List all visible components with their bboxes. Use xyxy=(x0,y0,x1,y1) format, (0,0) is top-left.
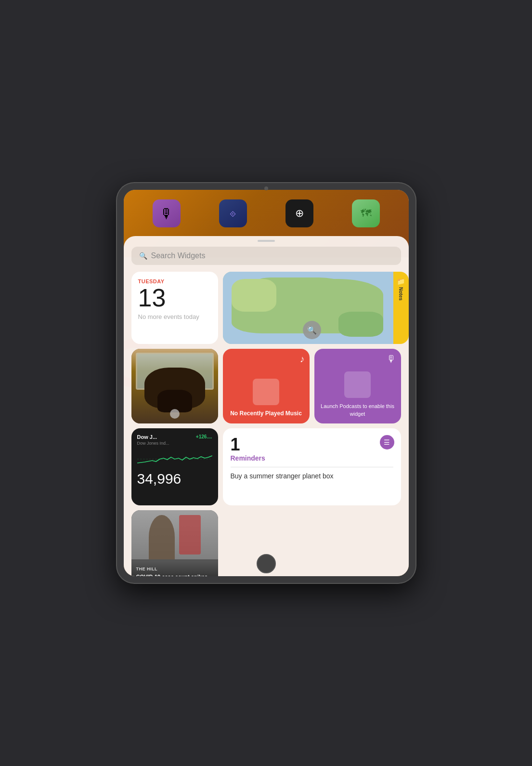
news-person xyxy=(149,515,175,559)
widget-grid: TUESDAY 13 No more events today 🔍 xyxy=(131,272,401,576)
camera-dot xyxy=(264,186,268,190)
action-button-app-icon[interactable]: ⊕ xyxy=(285,199,313,227)
stock-header: Dow J... +126.... xyxy=(137,434,212,440)
search-placeholder: Search Widgets xyxy=(151,251,206,260)
ipad-screen: 🎙 ⟐ ⊕ 🗺 🔍 Search Widgets TUESDAY 13 xyxy=(124,190,409,576)
notes-folder-icon: 📁 xyxy=(397,277,405,285)
calendar-day-number: 13 xyxy=(138,285,211,310)
app-icons-row: 🎙 ⟐ ⊕ 🗺 xyxy=(124,199,409,227)
podcasts-album-art xyxy=(344,371,371,398)
calendar-no-events: No more events today xyxy=(138,313,211,321)
reminders-title: Reminders xyxy=(231,454,393,462)
widget-calendar[interactable]: TUESDAY 13 No more events today xyxy=(131,272,218,344)
stock-price: 34,996 xyxy=(137,471,212,487)
news-headline: COVID-19 case count spikes hit almost ev… xyxy=(136,573,213,576)
music-album-art xyxy=(253,379,279,405)
stock-chart xyxy=(137,449,212,468)
widget-panel: 🔍 Search Widgets TUESDAY 13 No more even… xyxy=(124,236,409,576)
reminder-item: Buy a summer stranger planet box xyxy=(231,472,393,480)
news-photo xyxy=(131,510,218,559)
widget-map[interactable]: 🔍 xyxy=(223,272,401,344)
widget-news[interactable]: THE HILL COVID-19 case count spikes hit … xyxy=(131,510,218,576)
search-icon: 🔍 xyxy=(139,252,147,260)
widget-music[interactable]: ♪ No Recently Played Music xyxy=(223,349,310,423)
stock-full-name: Dow Jones Ind... xyxy=(137,441,212,446)
podcasts-app-icon[interactable]: 🎙 xyxy=(153,199,181,227)
maps-app-icon[interactable]: 🗺 xyxy=(352,199,380,227)
shortcuts-app-icon[interactable]: ⟐ xyxy=(219,199,247,227)
widget-photo[interactable] xyxy=(131,349,218,423)
stock-change: +126.... xyxy=(196,434,212,439)
notes-label: Notes xyxy=(398,287,403,301)
news-source: THE HILL xyxy=(136,567,213,571)
reminders-icon: ☰ xyxy=(380,435,394,449)
stock-ticker: Dow J... xyxy=(137,434,157,440)
ipad-frame: 🎙 ⟐ ⊕ 🗺 🔍 Search Widgets TUESDAY 13 xyxy=(117,183,415,583)
home-button[interactable] xyxy=(257,554,276,573)
music-no-recently-played: No Recently Played Music xyxy=(230,410,302,418)
search-bar[interactable]: 🔍 Search Widgets xyxy=(131,247,401,265)
news-overlay: THE HILL COVID-19 case count spikes hit … xyxy=(131,562,218,576)
widget-reminders[interactable]: ☰ 1 Reminders Buy a summer stranger plan… xyxy=(223,428,401,505)
photo-location-dot xyxy=(170,409,180,419)
widget-podcasts[interactable]: 🎙 Launch Podcasts to enable this widget xyxy=(314,349,401,423)
widget-notes-partial[interactable]: 📁 Notes xyxy=(393,272,409,344)
music-note-icon: ♪ xyxy=(300,354,305,365)
map-search-button[interactable]: 🔍 xyxy=(303,321,321,339)
podcasts-icon: 🎙 xyxy=(387,354,396,365)
drag-handle[interactable] xyxy=(258,240,275,242)
widget-stocks[interactable]: Dow J... +126.... Dow Jones Ind... 34,99… xyxy=(131,428,218,505)
podcasts-launch-text: Launch Podcasts to enable this widget xyxy=(320,403,395,418)
reminders-divider xyxy=(231,467,393,467)
reminders-count: 1 xyxy=(231,436,393,453)
